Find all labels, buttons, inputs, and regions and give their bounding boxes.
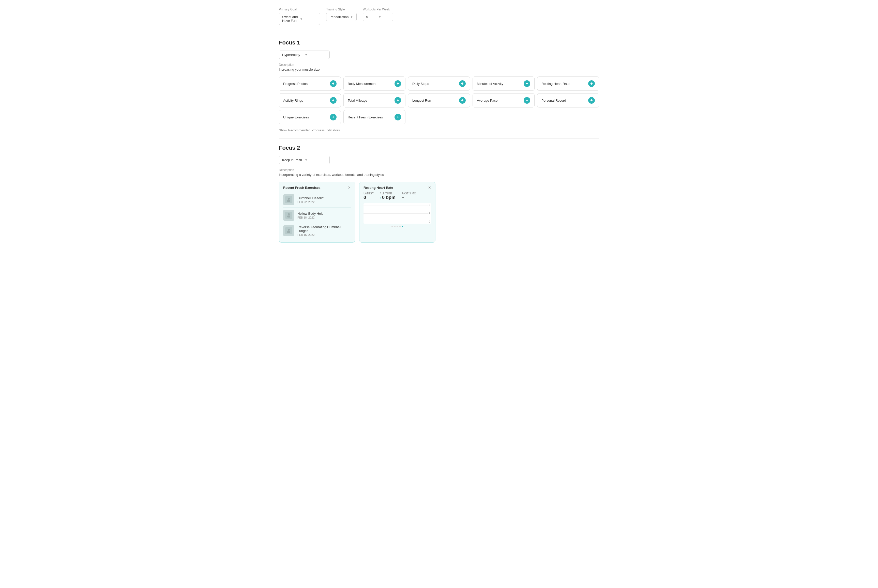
indicator-card[interactable]: Activity Rings + [279, 93, 341, 108]
rhr-all-time-value: ↑ 0 bpm [380, 195, 396, 200]
chevron-down-icon: ▾ [305, 158, 326, 162]
indicator-grid: Progress Photos + Body Measurement + Dai… [279, 76, 599, 124]
exercise-thumbnail [283, 225, 294, 236]
exercise-thumb-icon [285, 227, 292, 234]
indicator-card[interactable]: Total Mileage + [344, 93, 405, 108]
exercise-name: Reverse Alternating Dumbbell Lunges [297, 225, 351, 233]
add-indicator-button[interactable]: + [330, 114, 336, 120]
recent-exercises-widget: Recent Fresh Exercises ✕ Dumbbell Deadli… [279, 182, 355, 243]
chart-y-label-1: 1 [429, 212, 430, 214]
indicator-card[interactable]: Longest Run + [408, 93, 470, 108]
chevron-down-icon: ▾ [351, 15, 354, 19]
exercise-name: Hollow Body Hold [297, 212, 324, 216]
rhr-trend-icon: ↑ [380, 196, 381, 200]
indicator-card[interactable]: Progress Photos + [279, 76, 341, 91]
svg-point-7 [288, 229, 290, 231]
recent-exercises-header: Recent Fresh Exercises ✕ [279, 182, 355, 192]
exercise-date: FEB 15, 2022 [297, 233, 351, 236]
page-container: Primary Goal Sweat and Have Fun ▾ Traini… [269, 0, 609, 254]
exercise-item: Dumbbell Deadlift FEB 22, 2022 [283, 192, 351, 208]
indicator-label: Body Measurement [348, 82, 377, 86]
focus-1-dropdown[interactable]: Hypertrophy ▾ [279, 51, 330, 59]
svg-rect-2 [287, 200, 290, 202]
indicator-card[interactable]: Daily Steps + [408, 76, 470, 91]
recent-exercises-title: Recent Fresh Exercises [283, 186, 321, 190]
rhr-latest: LATEST 0 [363, 192, 374, 200]
chart-y-label-2: 2 [429, 204, 430, 207]
focus-1-title: Focus 1 [279, 39, 599, 46]
add-indicator-button[interactable]: + [524, 80, 530, 87]
exercise-thumb-icon [285, 212, 292, 219]
indicator-label: Longest Run [412, 99, 431, 102]
workouts-per-week-value: 5 [366, 15, 377, 19]
primary-goal-group: Primary Goal Sweat and Have Fun ▾ [279, 8, 320, 25]
indicator-card[interactable]: Resting Heart Rate + [537, 76, 599, 91]
show-recommended-link[interactable]: Show Recommended Progress Indicators [279, 128, 599, 132]
rhr-header: Resting Heart Rate ✕ [359, 182, 435, 192]
add-indicator-button[interactable]: + [588, 80, 595, 87]
exercise-thumbnail [283, 210, 294, 221]
widget-cards-row: Recent Fresh Exercises ✕ Dumbbell Deadli… [279, 182, 599, 243]
exercise-name: Dumbbell Deadlift [297, 196, 324, 200]
add-indicator-button[interactable]: + [524, 97, 530, 104]
indicator-card[interactable]: Unique Exercises + [279, 110, 341, 124]
indicator-card[interactable]: Recent Fresh Exercises + [344, 110, 405, 124]
indicator-label: Activity Rings [283, 99, 303, 102]
training-style-select[interactable]: Periodization ▾ [326, 13, 357, 21]
indicator-card[interactable]: Body Measurement + [344, 76, 405, 91]
close-icon[interactable]: ✕ [428, 186, 431, 190]
recent-exercises-body: Dumbbell Deadlift FEB 22, 2022 Hollow Bo… [279, 192, 355, 242]
training-style-label: Training Style [326, 8, 357, 11]
resting-heart-rate-widget: Resting Heart Rate ✕ LATEST 0 ALL TIME ↑ [359, 182, 435, 243]
rhr-title: Resting Heart Rate [363, 186, 393, 190]
workouts-per-week-group: Workouts Per Week 5 ▾ [363, 8, 393, 21]
divider-1 [279, 33, 599, 33]
exercise-date: FEB 22, 2022 [297, 201, 324, 204]
rhr-past3mo-value: – [402, 195, 416, 200]
indicator-label: Minutes of Activity [477, 82, 503, 86]
workouts-per-week-label: Workouts Per Week [363, 8, 393, 11]
exercise-item: Reverse Alternating Dumbbell Lunges FEB … [283, 223, 351, 238]
focus-2-dropdown[interactable]: Keep It Fresh ▾ [279, 156, 330, 164]
exercise-thumb-icon [285, 196, 292, 203]
focus-2-desc-text: Incorporating a variety of exercises, wo… [279, 173, 599, 177]
indicator-card[interactable]: Minutes of Activity + [473, 76, 534, 91]
rhr-body: LATEST 0 ALL TIME ↑ 0 bpm PAST 3 MO [359, 192, 435, 231]
focus-1-desc-label: Description [279, 63, 599, 67]
chevron-down-icon: ▾ [305, 53, 326, 57]
indicator-label: Average Pace [477, 99, 497, 102]
workouts-per-week-select[interactable]: 5 ▾ [363, 13, 393, 21]
rhr-stats: LATEST 0 ALL TIME ↑ 0 bpm PAST 3 MO [363, 192, 431, 200]
exercise-info: Reverse Alternating Dumbbell Lunges FEB … [297, 225, 351, 236]
add-indicator-button[interactable]: + [459, 97, 466, 104]
exercise-info: Hollow Body Hold FEB 18, 2022 [297, 212, 324, 219]
focus-2-desc-label: Description [279, 168, 599, 172]
chevron-down-icon: ▾ [300, 17, 317, 21]
rhr-all-time-label: ALL TIME [380, 192, 396, 195]
indicator-card[interactable]: Average Pace + [473, 93, 534, 108]
rhr-past3mo-label: PAST 3 MO [402, 192, 416, 195]
training-style-value: Periodization [329, 15, 348, 19]
svg-point-4 [288, 213, 290, 215]
chart-dots [363, 226, 431, 227]
indicator-label: Total Mileage [348, 99, 367, 102]
svg-rect-8 [287, 231, 290, 233]
rhr-chart-svg [363, 203, 431, 224]
indicator-card[interactable]: Personal Record + [537, 93, 599, 108]
add-indicator-button[interactable]: + [395, 80, 401, 87]
focus-2-value: Keep It Fresh [282, 158, 303, 162]
add-indicator-button[interactable]: + [588, 97, 595, 104]
add-indicator-button[interactable]: + [330, 97, 336, 104]
rhr-chart: 2 1 0 [363, 203, 431, 224]
primary-goal-label: Primary Goal [279, 8, 320, 11]
add-indicator-button[interactable]: + [395, 114, 401, 120]
chart-y-label-0: 0 [429, 220, 430, 223]
add-indicator-button[interactable]: + [330, 80, 336, 87]
svg-rect-5 [287, 216, 290, 218]
primary-goal-select[interactable]: Sweat and Have Fun ▾ [279, 13, 320, 25]
add-indicator-button[interactable]: + [459, 80, 466, 87]
focus-1-desc-text: Increasing your muscle size [279, 68, 599, 71]
close-icon[interactable]: ✕ [348, 186, 351, 190]
add-indicator-button[interactable]: + [395, 97, 401, 104]
rhr-past3mo: PAST 3 MO – [402, 192, 416, 200]
